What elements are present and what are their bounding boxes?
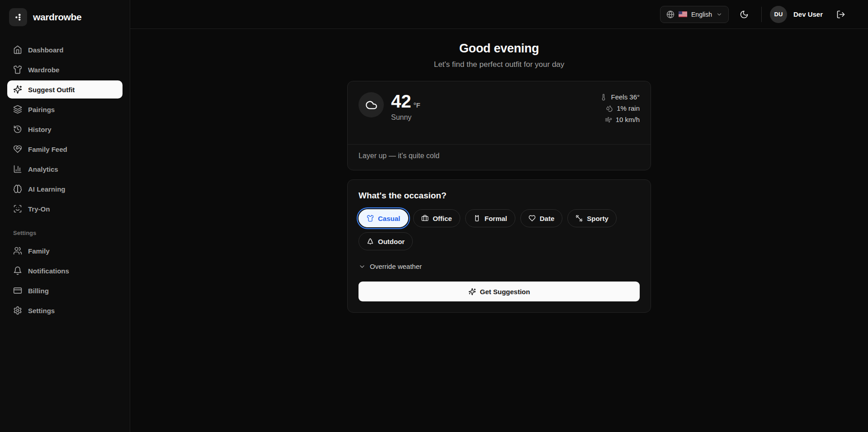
occasion-chip-office[interactable]: Office xyxy=(413,209,460,227)
history-clock-icon xyxy=(13,125,22,134)
occasion-chip-outdoor[interactable]: Outdoor xyxy=(359,232,413,250)
override-weather-toggle[interactable]: Override weather xyxy=(359,263,640,270)
app-root: wardrowbe Dashboard Wardrobe Suggest Out… xyxy=(0,0,868,432)
us-flag-icon xyxy=(679,11,687,17)
dumbbell-icon xyxy=(576,215,583,222)
user-name: Dev User xyxy=(793,10,823,18)
sparkles-icon xyxy=(13,85,22,94)
occasion-title: What's the occasion? xyxy=(359,191,640,201)
rain-stat: 1% rain xyxy=(606,104,640,112)
sidebar-item-dashboard[interactable]: Dashboard xyxy=(7,41,123,59)
sidebar-nav: Dashboard Wardrobe Suggest Outfit Pairin… xyxy=(7,41,123,319)
briefcase-icon xyxy=(421,215,429,222)
heart-icon xyxy=(528,215,536,222)
sidebar-item-label: Dashboard xyxy=(28,46,63,54)
shirt-icon xyxy=(13,65,22,74)
feels-like-value: Feels 36° xyxy=(611,93,640,101)
sidebar-item-notifications[interactable]: Notifications xyxy=(7,262,123,280)
sidebar-item-label: Notifications xyxy=(28,267,69,275)
temperature-value: 42 xyxy=(391,92,411,110)
thermometer-icon xyxy=(600,94,607,101)
occasion-chip-casual[interactable]: Casual xyxy=(359,209,408,227)
globe-icon xyxy=(666,10,675,19)
logout-button[interactable] xyxy=(832,5,850,23)
weather-summary: Layer up — it's quite cold xyxy=(348,145,651,170)
occasion-chip-sporty[interactable]: Sporty xyxy=(567,209,617,227)
user-avatar[interactable]: DU xyxy=(770,6,787,23)
sidebar-item-label: Billing xyxy=(28,287,49,295)
weather-condition-badge xyxy=(359,92,384,117)
sidebar-item-analytics[interactable]: Analytics xyxy=(7,160,123,178)
sidebar-item-label: Suggest Outfit xyxy=(28,86,75,94)
override-weather-label: Override weather xyxy=(370,263,422,270)
brand-logo: wardrowbe xyxy=(7,7,123,27)
feels-like-stat: Feels 36° xyxy=(600,93,640,101)
sidebar-item-try-on[interactable]: Try-On xyxy=(7,200,123,218)
gear-icon xyxy=(13,306,22,315)
sidebar-item-label: Family xyxy=(28,247,50,255)
bar-chart-icon xyxy=(13,164,22,174)
wind-stat: 10 km/h xyxy=(605,116,640,123)
weather-stats: Feels 36° 1% rain 10 km/h xyxy=(600,92,640,123)
chip-label: Office xyxy=(433,215,452,222)
sidebar-item-label: Pairings xyxy=(28,106,55,113)
droplets-icon xyxy=(606,105,613,112)
header-divider xyxy=(761,7,762,22)
language-label: English xyxy=(691,11,712,18)
sidebar-section-settings-label: Settings xyxy=(13,230,117,236)
page-subtitle: Let's find the perfect outfit for your d… xyxy=(434,60,565,69)
face-scan-icon xyxy=(13,204,22,213)
brand-dots-icon xyxy=(9,8,27,26)
logout-icon xyxy=(836,10,845,19)
rain-value: 1% rain xyxy=(617,104,640,112)
formal-shirt-icon xyxy=(473,215,481,222)
language-selector[interactable]: English xyxy=(660,6,729,23)
occasion-chips: Casual Office Formal Date xyxy=(359,209,640,250)
sidebar-item-history[interactable]: History xyxy=(7,120,123,138)
theme-toggle-button[interactable] xyxy=(735,5,753,23)
top-header: English DU Dev User xyxy=(130,0,868,29)
sidebar: wardrowbe Dashboard Wardrobe Suggest Out… xyxy=(0,0,130,432)
chevron-down-icon xyxy=(359,263,366,270)
users-icon xyxy=(13,246,22,255)
sidebar-item-suggest-outfit[interactable]: Suggest Outfit xyxy=(7,80,123,99)
get-suggestion-button[interactable]: Get Suggestion xyxy=(359,282,640,301)
sidebar-item-wardrobe[interactable]: Wardrobe xyxy=(7,61,123,79)
chip-label: Date xyxy=(540,215,555,222)
sidebar-item-ai-learning[interactable]: AI Learning xyxy=(7,180,123,198)
shirt-icon xyxy=(367,215,374,222)
occasion-chip-date[interactable]: Date xyxy=(520,209,563,227)
sidebar-item-label: History xyxy=(28,126,52,133)
credit-card-icon xyxy=(13,286,22,295)
wind-icon xyxy=(605,116,612,123)
sidebar-item-billing[interactable]: Billing xyxy=(7,282,123,300)
wind-value: 10 km/h xyxy=(616,116,640,123)
sidebar-item-family-feed[interactable]: Family Feed xyxy=(7,140,123,158)
home-icon xyxy=(13,45,22,54)
sidebar-item-label: Settings xyxy=(28,307,55,315)
brain-icon xyxy=(13,184,22,193)
sidebar-item-label: AI Learning xyxy=(28,185,66,193)
occasion-card: What's the occasion? Casual Office Forma… xyxy=(347,179,651,313)
chip-label: Formal xyxy=(485,215,507,222)
chip-label: Sporty xyxy=(587,215,609,222)
weather-card: 42 °F Sunny Feels 36° xyxy=(347,81,651,170)
sidebar-item-settings[interactable]: Settings xyxy=(7,301,123,319)
sidebar-item-pairings[interactable]: Pairings xyxy=(7,100,123,118)
main-area: English DU Dev User Good evening Let's f… xyxy=(130,0,868,432)
occasion-chip-formal[interactable]: Formal xyxy=(465,209,515,227)
chip-label: Casual xyxy=(378,215,400,222)
sidebar-item-label: Family Feed xyxy=(28,146,67,153)
bell-icon xyxy=(13,266,22,275)
chevron-down-icon xyxy=(716,11,722,18)
moon-icon xyxy=(740,10,749,19)
sidebar-item-label: Analytics xyxy=(28,165,58,173)
sidebar-item-family[interactable]: Family xyxy=(7,242,123,260)
cloud-icon xyxy=(365,99,377,111)
weather-condition: Sunny xyxy=(391,113,420,122)
page-title: Good evening xyxy=(459,42,539,56)
get-suggestion-label: Get Suggestion xyxy=(480,288,530,296)
sidebar-item-label: Wardrobe xyxy=(28,66,59,74)
temperature-unit: °F xyxy=(414,101,420,109)
brand-name: wardrowbe xyxy=(33,12,81,23)
